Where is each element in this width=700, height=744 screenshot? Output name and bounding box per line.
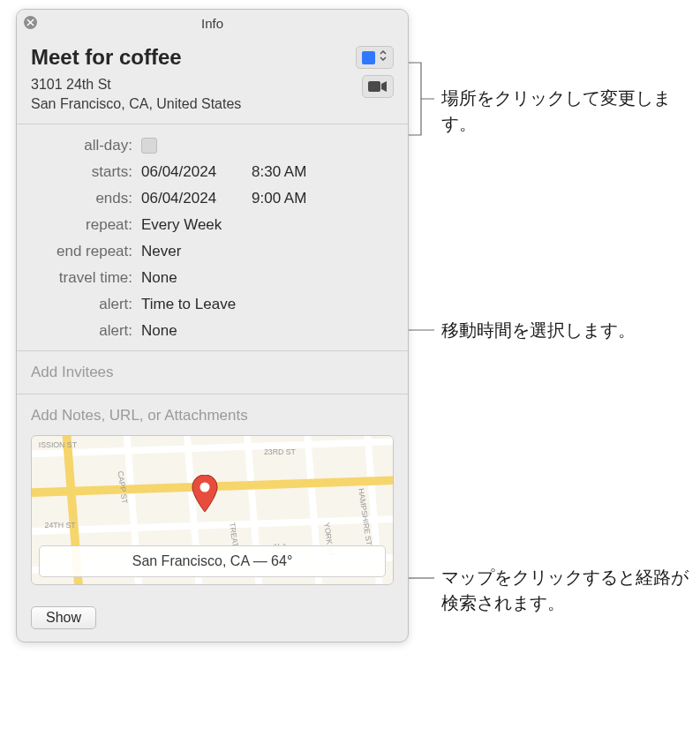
add-invitees[interactable]: Add Invitees <box>17 351 408 395</box>
travel-time-value[interactable]: None <box>141 269 177 287</box>
travel-time-label: travel time: <box>31 269 141 287</box>
show-button[interactable]: Show <box>31 606 96 629</box>
event-info-popover: Info Meet for coffee 3101 24th St San Fr… <box>16 9 409 643</box>
titlebar: Info <box>17 10 408 36</box>
svg-text:23RD ST: 23RD ST <box>264 447 297 456</box>
window-title: Info <box>201 16 223 31</box>
starts-label: starts: <box>31 163 141 181</box>
calendar-picker[interactable] <box>356 46 394 69</box>
annotation-travel-time: 移動時間を選択します。 <box>441 318 636 343</box>
footer: Show <box>17 597 408 642</box>
svg-rect-0 <box>368 81 380 92</box>
chevron-updown-icon <box>379 49 388 65</box>
start-date[interactable]: 06/04/2024 <box>141 163 252 181</box>
event-header: Meet for coffee 3101 24th St San Francis… <box>17 36 408 124</box>
svg-point-22 <box>200 482 210 492</box>
repeat-label: repeat: <box>31 216 141 234</box>
start-time[interactable]: 8:30 AM <box>252 163 306 181</box>
alert2-value[interactable]: None <box>141 322 177 340</box>
video-call-button[interactable] <box>362 75 394 98</box>
alert1-value[interactable]: Time to Leave <box>141 296 236 313</box>
alert2-label: alert: <box>31 322 141 340</box>
event-location[interactable]: 3101 24th St San Francisco, CA, United S… <box>31 75 241 113</box>
all-day-checkbox[interactable] <box>141 138 157 154</box>
end-repeat-label: end repeat: <box>31 243 141 260</box>
alert1-label: alert: <box>31 296 141 313</box>
annotation-map: マップをクリックすると経路が検索されます。 <box>441 565 700 616</box>
end-time[interactable]: 9:00 AM <box>252 190 306 207</box>
close-icon <box>26 19 34 26</box>
event-details: all-day: starts: 06/04/2024 8:30 AM ends… <box>17 124 408 351</box>
event-title[interactable]: Meet for coffee <box>31 45 182 70</box>
map-caption: San Francisco, CA — 64° <box>39 545 386 577</box>
calendar-color-swatch <box>362 51 375 64</box>
svg-text:24TH ST: 24TH ST <box>45 522 77 530</box>
notes-section: Add Notes, URL, or Attachments <box>17 395 408 597</box>
all-day-label: all-day: <box>31 137 141 154</box>
map-thumbnail[interactable]: ISSION ST 23RD ST 24TH ST CAPP ST TREAT … <box>31 435 394 585</box>
ends-label: ends: <box>31 190 141 207</box>
video-icon <box>368 80 388 93</box>
location-line2: San Francisco, CA, United States <box>31 94 241 114</box>
svg-text:ISSION ST: ISSION ST <box>39 440 78 449</box>
close-button[interactable] <box>24 16 37 29</box>
repeat-value[interactable]: Every Week <box>141 216 222 234</box>
location-line1: 3101 24th St <box>31 75 241 94</box>
map-pin-icon <box>192 475 218 517</box>
end-date[interactable]: 06/04/2024 <box>141 190 252 207</box>
end-repeat-value[interactable]: Never <box>141 243 181 260</box>
add-notes[interactable]: Add Notes, URL, or Attachments <box>31 407 394 425</box>
annotation-location: 場所をクリックして変更します。 <box>441 86 700 137</box>
